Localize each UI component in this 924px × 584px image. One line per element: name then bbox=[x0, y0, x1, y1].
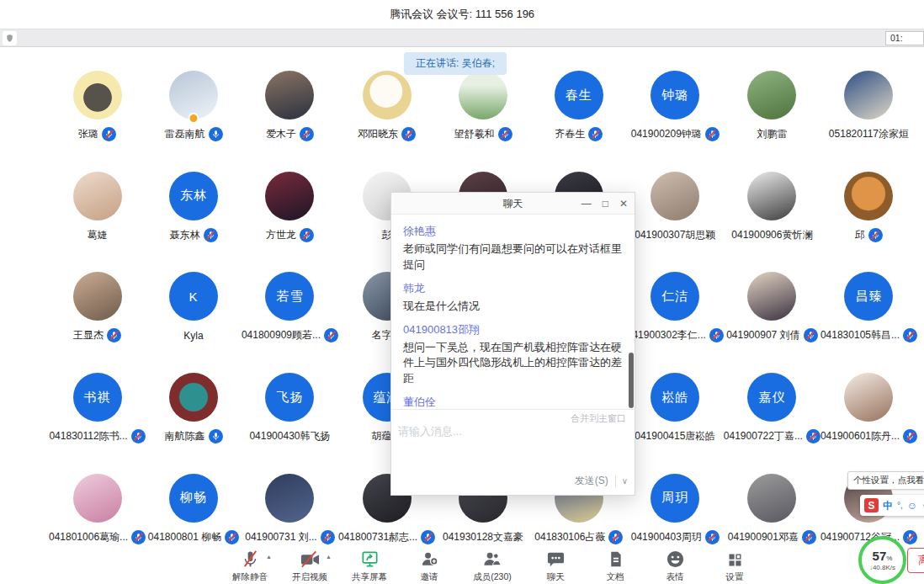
shield-icon[interactable] bbox=[3, 31, 17, 45]
participant-name-row: 041830106占薇 bbox=[534, 530, 623, 544]
participant-name: 雷磊南航 bbox=[165, 127, 205, 141]
avatar bbox=[265, 71, 314, 119]
download-speed: ↓40.8K/s bbox=[869, 564, 895, 571]
settings-grid-icon bbox=[726, 548, 744, 569]
chat-scrollbar-thumb[interactable] bbox=[629, 353, 634, 408]
mic-status-icon bbox=[300, 228, 314, 242]
participant-tile[interactable]: 方世龙 bbox=[242, 172, 338, 273]
participant-tile[interactable]: 东林 聂东林 bbox=[146, 172, 242, 273]
participant-tile[interactable]: 雷磊南航 bbox=[146, 71, 242, 172]
maximize-icon[interactable]: □ bbox=[603, 199, 608, 209]
network-quality-widget[interactable]: 57% ↓40.8K/s bbox=[858, 536, 906, 584]
participant-tile[interactable]: 飞扬 041900430韩飞扬 bbox=[242, 373, 338, 474]
ime-emoji-icon[interactable]: ☺ bbox=[907, 501, 917, 511]
participant-tile[interactable]: 书祺 041830112陈书... bbox=[49, 373, 146, 474]
send-options-caret-icon[interactable]: ∨ bbox=[622, 476, 628, 486]
start-video-button[interactable]: 开启视频 ▲ bbox=[285, 548, 334, 583]
participant-name: 刘鹏雷 bbox=[757, 127, 787, 141]
participant-tile[interactable]: 钟璐 041900209钟璐 bbox=[627, 71, 724, 172]
chat-message-text: 想问一下吴总，现在国产机载相控阵雷达在硬件上与国外四代隐形战机上的相控阵雷达的差… bbox=[403, 340, 623, 388]
participant-tile[interactable]: 崧皓 041900415唐崧皓 bbox=[627, 373, 724, 474]
participant-tile[interactable]: 041801006葛瑜... bbox=[49, 474, 146, 575]
avatar: 崧皓 bbox=[651, 373, 699, 422]
participant-tile[interactable]: 爱木子 bbox=[242, 71, 338, 172]
sogou-logo-icon[interactable]: S bbox=[864, 498, 879, 512]
chat-message: 徐艳惠 老师或同学们有问题想要问的可以在对话框里提问 bbox=[403, 224, 623, 273]
avatar bbox=[73, 474, 122, 523]
avatar bbox=[169, 71, 218, 119]
close-icon[interactable]: ✕ bbox=[619, 199, 628, 209]
participant-name-row: 041800909顾若... bbox=[242, 328, 338, 342]
participant-name-row: 041900415唐崧皓 bbox=[635, 429, 715, 443]
participant-name: 方世龙 bbox=[266, 228, 296, 242]
chat-message-sender[interactable]: 徐艳惠 bbox=[403, 224, 623, 239]
participant-tile[interactable]: 王显杰 bbox=[49, 272, 146, 373]
participant-name-row: 041801006葛瑜... bbox=[49, 530, 146, 544]
mic-status-icon bbox=[903, 429, 917, 443]
chat-message-sender[interactable]: 韩龙 bbox=[403, 281, 623, 296]
participant-tile[interactable]: 昌臻 041830105韩昌... bbox=[820, 272, 917, 373]
unmute-button[interactable]: 解除静音 ▲ bbox=[226, 548, 274, 583]
leave-meeting-button[interactable]: 离开 bbox=[907, 548, 924, 573]
participant-tile[interactable]: 邱 bbox=[820, 172, 917, 273]
participant-tile[interactable]: 041900307胡思颖 bbox=[627, 172, 724, 273]
chat-header[interactable]: 聊天 — □ ✕ bbox=[391, 193, 635, 215]
chat-button[interactable]: 聊天 bbox=[531, 548, 580, 583]
settings-button[interactable]: 设置 bbox=[710, 548, 759, 583]
chat-message-sender[interactable]: 董伯佺 bbox=[403, 395, 623, 409]
participant-tile[interactable]: 刘鹏雷 bbox=[724, 71, 820, 172]
participant-tile[interactable]: 041900906黄忻澜 bbox=[724, 172, 820, 273]
avatar: 仁洁 bbox=[651, 272, 699, 321]
participant-name: 041930128文嘉豪 bbox=[443, 530, 523, 544]
mic-status-icon bbox=[204, 228, 218, 242]
participant-tile[interactable]: 望舒羲和 bbox=[435, 71, 531, 172]
ime-punct-toggle[interactable]: °, bbox=[897, 502, 903, 510]
participant-tile[interactable]: 南航陈鑫 bbox=[146, 373, 242, 474]
participant-tile[interactable]: 春生 齐春生 bbox=[531, 71, 627, 172]
send-button[interactable]: 发送(S) bbox=[575, 474, 615, 488]
video-options-caret-icon[interactable]: ▲ bbox=[326, 554, 332, 560]
chat-message-input[interactable] bbox=[398, 425, 608, 438]
members-button[interactable]: 成员(230) bbox=[465, 548, 520, 583]
participant-tile[interactable]: 葛婕 bbox=[49, 172, 146, 273]
chat-message: 韩龙 现在是什么情况 bbox=[403, 281, 623, 315]
participant-tile[interactable]: 邓阳晓东 bbox=[338, 71, 435, 172]
status-bar: 01: bbox=[0, 29, 924, 47]
participant-name-row: 041900307胡思颖 bbox=[635, 228, 715, 242]
avatar bbox=[844, 71, 893, 119]
participant-tile[interactable]: 仁洁 041900302李仁... bbox=[627, 272, 724, 373]
avatar-initials: 周玥 bbox=[661, 490, 688, 506]
participant-tile[interactable]: 张璐 bbox=[49, 71, 146, 172]
avatar-initials: K bbox=[189, 289, 198, 304]
ime-toolbar: S 中 °, ☺ bbox=[860, 495, 924, 516]
docs-button[interactable]: 文档 bbox=[591, 548, 640, 583]
participant-tile[interactable]: 041900907 刘倩 bbox=[724, 272, 820, 373]
share-screen-button[interactable]: 共享屏幕 bbox=[345, 548, 394, 583]
participant-tile[interactable]: 051820117涂家烜 bbox=[820, 71, 917, 172]
participant-name: 041900209钟璐 bbox=[631, 127, 702, 141]
minimize-icon[interactable]: — bbox=[581, 199, 592, 209]
avatar: 东林 bbox=[169, 172, 218, 220]
participant-tile[interactable]: 嘉仪 041900722丁嘉... bbox=[724, 373, 820, 474]
ime-tooltip: 个性设置，点我看看 bbox=[847, 471, 924, 490]
mic-status-icon bbox=[102, 127, 116, 141]
invite-button[interactable]: 邀请 bbox=[405, 548, 454, 583]
invite-person-icon bbox=[420, 548, 439, 569]
participant-name-row: 041900722丁嘉... bbox=[724, 429, 820, 443]
camera-off-icon bbox=[300, 548, 321, 569]
merge-to-main-window-link[interactable]: 合并到主窗口 bbox=[571, 412, 626, 425]
mic-status-icon bbox=[903, 328, 917, 342]
emoji-button[interactable]: 表情 bbox=[651, 548, 699, 583]
mic-options-caret-icon[interactable]: ▲ bbox=[266, 554, 272, 560]
avatar-initials: 昌臻 bbox=[855, 289, 882, 305]
avatar-initials: 若雪 bbox=[276, 289, 303, 305]
participant-tile[interactable]: 041900601陈丹... bbox=[820, 373, 917, 474]
ime-lang-toggle[interactable]: 中 bbox=[883, 501, 893, 511]
participant-tile[interactable]: K Kyla bbox=[146, 272, 242, 373]
participant-tile[interactable]: 若雪 041800909顾若... bbox=[242, 272, 338, 373]
participant-name-row: 刘鹏雷 bbox=[757, 127, 787, 141]
avatar: 嘉仪 bbox=[747, 373, 796, 422]
chat-message-sender[interactable]: 041900813邵翔 bbox=[403, 322, 623, 337]
mic-status-icon bbox=[421, 530, 435, 544]
participant-name: 聂东林 bbox=[170, 228, 200, 242]
